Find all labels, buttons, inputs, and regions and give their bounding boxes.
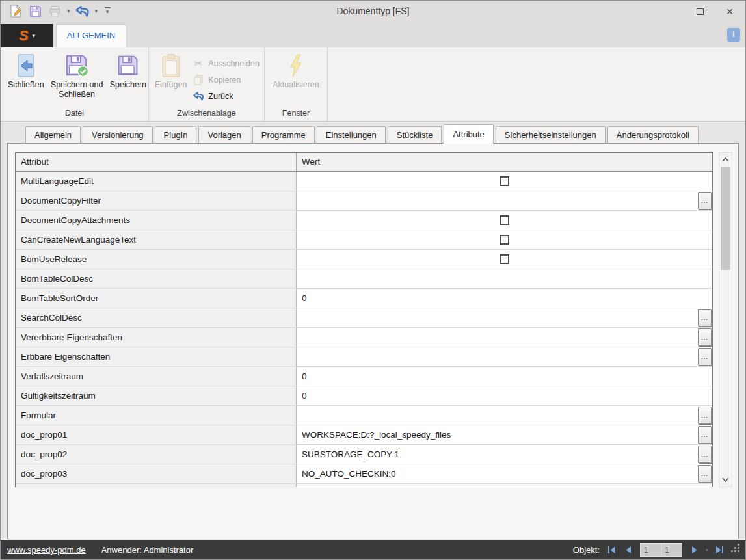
schliessen-button[interactable]: Schließen — [6, 50, 46, 90]
checkbox[interactable] — [500, 215, 509, 225]
table-row[interactable]: SearchColDesc ... — [16, 308, 712, 328]
ellipsis-button[interactable]: ... — [698, 328, 712, 346]
save-close-icon — [64, 51, 89, 80]
value-cell[interactable]: 0 — [297, 386, 712, 405]
user-label: Anwender: Administrator — [101, 545, 194, 555]
value-text[interactable]: WORKSPACE:D:?_local_speedy_files — [297, 430, 451, 440]
ellipsis-button[interactable]: ... — [698, 348, 712, 366]
scroll-down-icon[interactable] — [719, 473, 732, 486]
value-cell[interactable]: ... — [297, 406, 712, 425]
speichern-und-schliessen-button[interactable]: Speichern und Schließen — [46, 50, 108, 100]
checkbox[interactable] — [500, 235, 509, 245]
ellipsis-button[interactable]: ... — [698, 465, 712, 483]
attribute-name-cell: doc_prop03 — [16, 464, 297, 483]
aktualisieren-label: Aktualisieren — [273, 80, 319, 90]
ellipsis-button[interactable]: ... — [698, 426, 712, 444]
table-row[interactable]: Verfallszeitraum 0 — [16, 367, 712, 386]
attribute-name-cell: doc_prop01 — [16, 425, 297, 444]
value-cell[interactable]: ... — [297, 191, 712, 210]
value-cell[interactable]: ... — [297, 308, 712, 327]
attribute-name-cell: BomTableSortOrder — [16, 289, 297, 308]
value-text[interactable]: NO_AUTO_CHECKIN:0 — [297, 469, 396, 479]
speichern-button[interactable]: Speichern — [108, 50, 148, 90]
tab-aenderungsprotokoll[interactable]: Änderungsprotokoll — [607, 126, 699, 144]
app-menu-button[interactable]: S ▾ — [1, 24, 53, 47]
value-cell[interactable]: ... — [297, 328, 712, 347]
group-label-fenster: Fenster — [265, 109, 327, 118]
scrollbar-thumb[interactable] — [721, 167, 730, 270]
record-position-input[interactable] — [640, 543, 661, 557]
resize-grip[interactable] — [731, 544, 740, 555]
nav-last-icon[interactable] — [714, 545, 725, 555]
table-row[interactable]: Gültigkeitszeitraum 0 — [16, 386, 712, 406]
nav-prev-icon[interactable] — [623, 545, 633, 555]
tab-programme[interactable]: Programme — [252, 126, 315, 144]
vertical-scrollbar[interactable] — [719, 152, 732, 487]
tab-einstellungen[interactable]: Einstellungen — [317, 126, 386, 144]
maximize-button[interactable] — [688, 1, 712, 22]
table-row[interactable]: Vererbbare Eigenschaften ... — [16, 328, 712, 347]
kopieren-button[interactable]: Kopieren — [190, 72, 262, 88]
tab-plugin[interactable]: PlugIn — [155, 126, 197, 144]
website-link[interactable]: www.speedy-pdm.de — [7, 545, 86, 555]
ellipsis-button[interactable]: ... — [698, 407, 712, 424]
tab-stueckliste[interactable]: Stückliste — [388, 126, 442, 144]
ausschneiden-button[interactable]: ✂ Ausschneiden — [190, 55, 262, 72]
table-row[interactable]: CanCreateNewLanguageText — [16, 230, 712, 250]
tab-versionierung[interactable]: Versionierung — [83, 126, 153, 144]
table-row[interactable]: doc_prop02 SUBSTORAGE_COPY:1... — [16, 445, 712, 464]
table-row[interactable]: Erbbare Eigenschaften ... — [16, 347, 712, 367]
value-text[interactable]: 0 — [297, 371, 307, 381]
aktualisieren-button[interactable]: Aktualisieren — [271, 50, 321, 90]
attribute-name-cell: BomUseRelease — [16, 250, 297, 269]
speichern-label: Speichern — [110, 80, 146, 90]
attribute-name-cell: DocumentCopyFilter — [16, 191, 297, 210]
ellipsis-button[interactable]: ... — [698, 192, 712, 209]
nav-first-icon[interactable] — [606, 545, 617, 555]
value-text[interactable]: 0 — [297, 293, 307, 303]
value-cell[interactable]: SUBSTORAGE_COPY:1... — [297, 445, 712, 464]
record-position-group — [640, 543, 682, 557]
value-cell[interactable]: WORKSPACE:D:?_local_speedy_files... — [297, 425, 712, 444]
tab-vorlagen[interactable]: Vorlagen — [198, 126, 250, 144]
table-row[interactable]: doc_prop03 NO_AUTO_CHECKIN:0... — [16, 464, 712, 484]
attribute-name-cell: MultiLanguageEdit — [16, 172, 297, 191]
scroll-up-icon[interactable] — [719, 153, 732, 166]
attribute-name-cell: Verfallszeitraum — [16, 367, 297, 386]
value-text[interactable]: 0 — [297, 391, 307, 401]
table-row[interactable]: doc_prop01 WORKSPACE:D:?_local_speedy_fi… — [16, 425, 712, 445]
close-button[interactable]: ✕ — [718, 1, 741, 22]
table-row[interactable]: Formular ... — [16, 406, 712, 425]
ellipsis-button[interactable]: ... — [698, 309, 712, 327]
value-text[interactable]: SUBSTORAGE_COPY:1 — [297, 449, 399, 459]
value-cell[interactable]: 0 — [297, 367, 712, 386]
ellipsis-button[interactable]: ... — [698, 446, 712, 463]
workspace: Allgemein Versionierung PlugIn Vorlagen … — [1, 122, 745, 540]
zurueck-button[interactable]: Zurück — [190, 88, 262, 104]
tab-attribute[interactable]: Attribute — [444, 124, 493, 144]
schliessen-label: Schließen — [8, 80, 44, 90]
table-row[interactable]: MultiLanguageEdit — [16, 172, 712, 191]
ribbon-tab-allgemein[interactable]: ALLGEMEIN — [56, 24, 126, 47]
tab-allgemein[interactable]: Allgemein — [25, 126, 81, 144]
value-cell[interactable] — [297, 269, 712, 288]
nav-next-icon[interactable] — [689, 545, 699, 555]
tab-sicherheitseinstellungen[interactable]: Sicherheitseinstellungen — [496, 126, 606, 144]
scissors-icon: ✂ — [193, 58, 204, 70]
table-row[interactable]: BomTableSortOrder 0 — [16, 289, 712, 308]
checkbox[interactable] — [500, 254, 509, 264]
table-row[interactable]: BomTableColDesc — [16, 269, 712, 289]
info-button[interactable]: i — [727, 28, 740, 42]
table-row[interactable]: BomUseRelease — [16, 250, 712, 269]
checkbox[interactable] — [500, 176, 509, 186]
table-row[interactable]: DocumentCopyAttachments — [16, 211, 712, 230]
table-row[interactable]: DocumentCopyFilter ... — [16, 191, 712, 211]
value-cell[interactable]: 0 — [297, 289, 712, 308]
value-cell[interactable]: ... — [297, 347, 712, 366]
value-cell[interactable]: NO_AUTO_CHECKIN:0... — [297, 464, 712, 483]
record-count-input[interactable] — [661, 543, 682, 557]
einfuegen-button[interactable]: Einfügen — [153, 50, 189, 90]
table-header: Attribut Wert — [16, 153, 712, 172]
attribute-name-cell: Formular — [16, 406, 297, 425]
ribbon-group-fenster: Aktualisieren Fenster — [265, 47, 328, 121]
